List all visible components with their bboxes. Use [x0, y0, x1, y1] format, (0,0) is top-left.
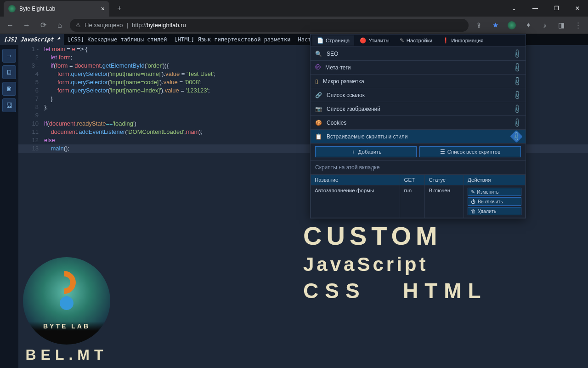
attach-icon[interactable]: 📎	[512, 104, 522, 114]
close-button[interactable]: ✕	[567, 0, 588, 17]
item-icon: 🔍	[315, 51, 322, 57]
window-titlebar: Byte Eight Lab × + ⌄ — ❐ ✕	[0, 0, 588, 17]
address-bar[interactable]: ⚠ Не защищено | http://byteeightlab.ru	[70, 19, 469, 32]
logo-circle: BYTE LAB	[23, 257, 110, 345]
file-button[interactable]: 🗎	[2, 65, 16, 79]
item-label: Список ссылок	[327, 92, 365, 98]
separator: |	[127, 22, 128, 29]
item-icon: 🔗	[315, 92, 322, 98]
attach-icon[interactable]: 📎	[510, 130, 523, 143]
add-button[interactable]: ＋Добавить	[315, 146, 417, 157]
url-host: byteeightlab.ru	[147, 22, 186, 29]
panel-item[interactable]: 🍪Cookies📎	[311, 115, 526, 129]
cell-status: Включен	[425, 185, 464, 218]
panel-item[interactable]: ⓂМета-теги📎	[311, 60, 526, 74]
editor-tab[interactable]: [CSS] Каскадные таблицы стилей	[64, 34, 171, 45]
panel-item[interactable]: 📷Список изображений📎	[311, 102, 526, 115]
sidepanel-icon[interactable]: ◨	[555, 19, 568, 32]
window-controls: ⌄ — ❐ ✕	[503, 0, 588, 17]
hero-line2: JavaScript	[303, 253, 487, 276]
item-label: Cookies	[327, 120, 346, 126]
logo-text-inner: BYTE LAB	[23, 322, 110, 330]
item-icon: 📋	[315, 133, 322, 140]
item-icon: 📷	[315, 106, 322, 112]
list-button[interactable]: ☰ Список всех скриптов	[419, 146, 521, 157]
section-title: Скрипты на этой вкладке	[311, 160, 526, 174]
chevron-down-icon[interactable]: ⌄	[503, 0, 525, 17]
bookmark-star-icon[interactable]: ★	[489, 19, 502, 32]
menu-icon[interactable]: ⋮	[571, 19, 584, 32]
browser-tab[interactable]: Byte Eight Lab ×	[4, 1, 109, 17]
editor-tab[interactable]: [HTML] Язык гипертекстовой разметки	[171, 34, 294, 45]
home-button[interactable]: ⌂	[53, 19, 66, 32]
music-icon[interactable]: ♪	[538, 19, 551, 32]
back-button[interactable]: ←	[4, 19, 17, 32]
panel-tab[interactable]: ❗ Информация	[438, 35, 488, 46]
panel-item[interactable]: 📋Встраиваемые скрипты и стили📎	[311, 129, 526, 143]
scripts-table: НазваниеGETСтатусДействия Автозаполнение…	[311, 174, 526, 218]
item-icon: 🍪	[315, 120, 322, 126]
new-tab-button[interactable]: +	[113, 2, 126, 15]
table-header: Статус	[425, 175, 464, 185]
profile-avatar[interactable]	[505, 19, 518, 32]
table-header: GET	[400, 175, 425, 185]
hero-line3: CSS HTML	[303, 278, 487, 303]
attach-icon[interactable]: 📎	[512, 90, 522, 100]
attach-icon[interactable]: 📎	[512, 49, 522, 59]
panel-item[interactable]: 🔍SEO📎	[311, 46, 526, 60]
export-button[interactable]: 🗎	[2, 82, 16, 96]
run-button[interactable]: →	[2, 49, 16, 63]
brand-logo: BYTE LAB BEL.MT	[14, 257, 119, 363]
table-header: Действия	[464, 175, 526, 185]
logo-text-outer: BEL.MT	[14, 346, 119, 363]
item-label: SEO	[327, 51, 338, 57]
item-label: Мета-теги	[325, 64, 351, 71]
attach-icon[interactable]: 📎	[512, 63, 522, 73]
panel-item[interactable]: 🔗Список ссылок📎	[311, 88, 526, 102]
panel-tab[interactable]: 🔴 Утилиты	[355, 35, 394, 46]
panel-tab[interactable]: 📄 Страница	[312, 35, 354, 46]
item-icon: ▯	[315, 78, 318, 85]
item-label: Встраиваемые скрипты и стили	[327, 133, 408, 140]
editor-tab[interactable]: [JS] JavaScript *	[0, 34, 64, 45]
maximize-button[interactable]: ❐	[546, 0, 567, 17]
warning-icon: ⚠	[75, 22, 81, 29]
attach-icon[interactable]: 📎	[512, 118, 522, 128]
hero-text: CUSTOM JavaScript CSS HTML	[303, 221, 487, 303]
item-icon: Ⓜ	[315, 63, 321, 71]
tab-title: Byte Eight Lab	[19, 6, 55, 12]
cell-name: Автозаполнение формы	[311, 185, 400, 218]
extension-panel: 📄 Страница🔴 Утилиты✎ Настройки❗ Информац…	[310, 34, 526, 218]
table-row: Автозаполнение формы run Включен ✎Измени…	[311, 185, 526, 218]
reload-button[interactable]: ⟳	[37, 19, 50, 32]
tab-favicon	[8, 5, 16, 12]
tab-close-icon[interactable]: ×	[101, 5, 105, 12]
item-label: Микро разметка	[323, 78, 364, 85]
panel-actions: ＋Добавить ☰ Список всех скриптов	[311, 143, 526, 160]
item-label: Список изображений	[327, 106, 380, 112]
save-button[interactable]: 🖫	[2, 98, 16, 112]
extensions-icon[interactable]: ✦	[522, 19, 535, 32]
cell-get: run	[400, 185, 425, 218]
action-button[interactable]: 🗑Удалить	[468, 207, 521, 215]
security-label: Не защищено	[85, 22, 123, 29]
minimize-button[interactable]: —	[525, 0, 546, 17]
forward-button[interactable]: →	[20, 19, 33, 32]
browser-toolbar: ← → ⟳ ⌂ ⚠ Не защищено | http://byteeight…	[0, 17, 588, 34]
url-scheme: http://	[132, 22, 147, 29]
cell-actions: ✎Изменить⏻Выключить🗑Удалить	[464, 185, 526, 218]
panel-tabs: 📄 Страница🔴 Утилиты✎ Настройки❗ Информац…	[311, 34, 526, 46]
hero-line1: CUSTOM	[303, 221, 487, 251]
share-icon[interactable]: ⇪	[472, 19, 485, 32]
action-button[interactable]: ✎Изменить	[468, 188, 521, 196]
table-header: Название	[311, 175, 400, 185]
attach-icon[interactable]: 📎	[512, 76, 522, 86]
panel-item[interactable]: ▯Микро разметка📎	[311, 74, 526, 88]
panel-tab[interactable]: ✎ Настройки	[395, 35, 437, 46]
action-button[interactable]: ⏻Выключить	[468, 197, 521, 206]
